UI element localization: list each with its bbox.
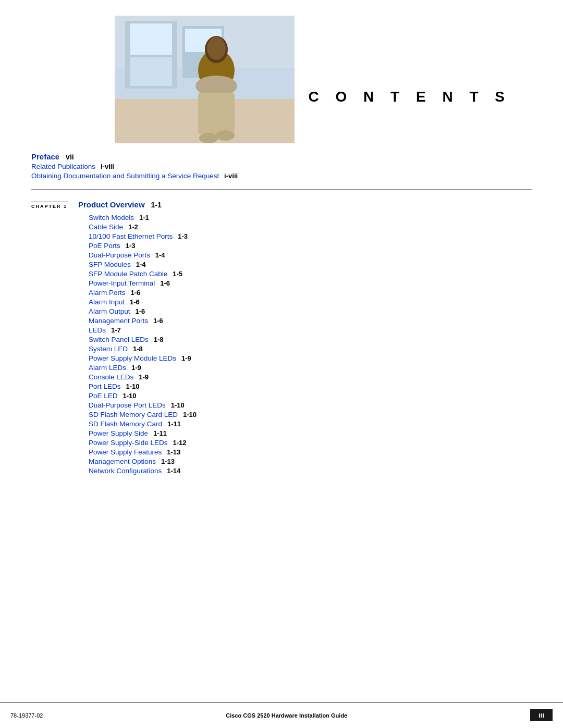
footer-page-number: iii bbox=[530, 709, 553, 721]
port-leds-page: 1-10 bbox=[126, 382, 139, 390]
preface-page: vii bbox=[66, 153, 74, 161]
poe-ports-page: 1-3 bbox=[126, 242, 136, 250]
chapter-1-page: 1-1 bbox=[151, 201, 161, 209]
console-leds-link[interactable]: Console LEDs bbox=[89, 373, 133, 381]
alarm-ports-page: 1-6 bbox=[130, 289, 140, 297]
toc-row-sfp-patch-cable: SFP Module Patch Cable 1-5 bbox=[89, 269, 532, 278]
chapter-1-header: Product Overview 1-1 bbox=[78, 200, 162, 209]
svg-point-10 bbox=[207, 37, 226, 60]
sd-flash-card-link[interactable]: SD Flash Memory Card bbox=[89, 420, 162, 428]
power-supply-side-leds-page: 1-12 bbox=[173, 439, 186, 447]
alarm-input-page: 1-6 bbox=[130, 298, 140, 306]
chapter-1-entries: Switch Models 1-1 Cable Side 1-2 10/100 … bbox=[89, 213, 532, 475]
cable-side-page: 1-2 bbox=[128, 223, 138, 231]
related-publications-link[interactable]: Related Publications bbox=[31, 163, 95, 170]
toc-row-fast-ethernet: 10/100 Fast Ethernet Ports 1-3 bbox=[89, 232, 532, 240]
sfp-patch-cable-link[interactable]: SFP Module Patch Cable bbox=[89, 270, 167, 278]
switch-models-page: 1-1 bbox=[139, 214, 149, 221]
network-configurations-link[interactable]: Network Configurations bbox=[89, 467, 162, 475]
toc-row-switch-models: Switch Models 1-1 bbox=[89, 213, 532, 221]
poe-ports-link[interactable]: PoE Ports bbox=[89, 242, 120, 250]
toc-row-system-led: System LED 1-8 bbox=[89, 344, 532, 353]
chapter-1-title[interactable]: Product Overview bbox=[78, 200, 145, 209]
alarm-ports-link[interactable]: Alarm Ports bbox=[89, 289, 126, 297]
toc-row-sd-flash-card: SD Flash Memory Card 1-11 bbox=[89, 419, 532, 428]
toc-row-dual-purpose-ports: Dual-Purpose Ports 1-4 bbox=[89, 251, 532, 259]
power-input-link[interactable]: Power-Input Terminal bbox=[89, 279, 155, 287]
cable-side-link[interactable]: Cable Side bbox=[89, 223, 123, 231]
power-supply-features-page: 1-13 bbox=[167, 448, 180, 456]
leds-link[interactable]: LEDs bbox=[89, 326, 106, 334]
toc-row-power-supply-side-leds: Power Supply-Side LEDs 1-12 bbox=[89, 438, 532, 447]
switch-panel-leds-link[interactable]: Switch Panel LEDs bbox=[89, 336, 149, 343]
toc-row-network-configurations: Network Configurations 1-14 bbox=[89, 466, 532, 475]
switch-panel-leds-page: 1-8 bbox=[154, 336, 164, 343]
toc-row-console-leds: Console LEDs 1-9 bbox=[89, 373, 532, 381]
sd-flash-led-page: 1-10 bbox=[183, 411, 197, 418]
main-content: Preface vii Related Publications i-viii … bbox=[31, 151, 532, 476]
sfp-patch-cable-page: 1-5 bbox=[173, 270, 182, 278]
toc-row-alarm-leds: Alarm LEDs 1-9 bbox=[89, 363, 532, 372]
toc-row-power-supply-features: Power Supply Features 1-13 bbox=[89, 448, 532, 456]
toc-row-power-input: Power-Input Terminal 1-6 bbox=[89, 279, 532, 287]
footer-doc-number: 78-19377-02 bbox=[10, 712, 43, 719]
switch-models-link[interactable]: Switch Models bbox=[89, 214, 134, 221]
chapter-divider bbox=[31, 189, 532, 190]
obtaining-docs-link[interactable]: Obtaining Documentation and Submitting a… bbox=[31, 172, 219, 180]
port-leds-link[interactable]: Port LEDs bbox=[89, 382, 121, 390]
power-supply-side-leds-link[interactable]: Power Supply-Side LEDs bbox=[89, 439, 168, 447]
power-supply-side-link[interactable]: Power Supply Side bbox=[89, 429, 148, 437]
hero-image-background bbox=[115, 16, 295, 143]
system-led-link[interactable]: System LED bbox=[89, 345, 128, 353]
preface-title[interactable]: Preface bbox=[31, 152, 59, 161]
toc-row-port-leds: Port LEDs 1-10 bbox=[89, 382, 532, 390]
chapter-1-section: CHAPTER 1 Product Overview 1-1 bbox=[31, 200, 532, 209]
sd-flash-led-link[interactable]: SD Flash Memory Card LED bbox=[89, 411, 178, 418]
alarm-input-link[interactable]: Alarm Input bbox=[89, 298, 125, 306]
svg-rect-3 bbox=[130, 23, 172, 55]
toc-row-switch-panel-leds: Switch Panel LEDs 1-8 bbox=[89, 335, 532, 343]
toc-row-alarm-ports: Alarm Ports 1-6 bbox=[89, 288, 532, 297]
toc-row-poe-ports: PoE Ports 1-3 bbox=[89, 241, 532, 250]
dual-purpose-port-leds-page: 1-10 bbox=[171, 401, 185, 409]
management-options-page: 1-13 bbox=[161, 458, 175, 465]
toc-row-dual-purpose-port-leds: Dual-Purpose Port LEDs 1-10 bbox=[89, 401, 532, 409]
footer: 78-19377-02 Cisco CGS 2520 Hardware Inst… bbox=[0, 702, 563, 728]
toc-row-sfp-modules: SFP Modules 1-4 bbox=[89, 260, 532, 268]
toc-row-alarm-output: Alarm Output 1-6 bbox=[89, 307, 532, 315]
related-publications-page: i-viii bbox=[101, 163, 114, 170]
dual-purpose-ports-link[interactable]: Dual-Purpose Ports bbox=[89, 251, 150, 259]
network-configurations-page: 1-14 bbox=[167, 467, 180, 475]
chapter-1-label: CHAPTER 1 bbox=[31, 202, 68, 209]
poe-led-link[interactable]: PoE LED bbox=[89, 392, 118, 400]
page-container: C O N T E N T S Preface vii Related Publ… bbox=[0, 0, 563, 728]
management-options-link[interactable]: Management Options bbox=[89, 458, 156, 465]
svg-rect-4 bbox=[130, 57, 172, 86]
hero-svg bbox=[115, 16, 295, 143]
toc-row-poe-led: PoE LED 1-10 bbox=[89, 391, 532, 400]
alarm-leds-link[interactable]: Alarm LEDs bbox=[89, 364, 126, 372]
dual-purpose-ports-page: 1-4 bbox=[155, 251, 165, 259]
power-supply-features-link[interactable]: Power Supply Features bbox=[89, 448, 162, 456]
toc-row-leds: LEDs 1-7 bbox=[89, 326, 532, 334]
dual-purpose-port-leds-link[interactable]: Dual-Purpose Port LEDs bbox=[89, 401, 166, 409]
toc-row-power-supply-side: Power Supply Side 1-11 bbox=[89, 429, 532, 437]
toc-row-alarm-input: Alarm Input 1-6 bbox=[89, 298, 532, 306]
fast-ethernet-page: 1-3 bbox=[178, 232, 188, 240]
toc-row-obtaining-docs: Obtaining Documentation and Submitting a… bbox=[31, 171, 532, 180]
toc-row-management-ports: Management Ports 1-6 bbox=[89, 316, 532, 325]
management-ports-link[interactable]: Management Ports bbox=[89, 317, 148, 325]
power-supply-module-leds-link[interactable]: Power Supply Module LEDs bbox=[89, 354, 176, 362]
management-ports-page: 1-6 bbox=[153, 317, 163, 325]
sfp-modules-link[interactable]: SFP Modules bbox=[89, 261, 131, 268]
alarm-output-link[interactable]: Alarm Output bbox=[89, 307, 130, 315]
fast-ethernet-link[interactable]: 10/100 Fast Ethernet Ports bbox=[89, 232, 173, 240]
alarm-output-page: 1-6 bbox=[135, 307, 145, 315]
footer-guide-title: Cisco CGS 2520 Hardware Installation Gui… bbox=[226, 712, 347, 719]
svg-point-13 bbox=[199, 133, 218, 143]
sfp-modules-page: 1-4 bbox=[136, 261, 146, 268]
preface-section: Preface vii Related Publications i-viii … bbox=[31, 152, 532, 180]
sd-flash-card-page: 1-11 bbox=[167, 420, 181, 428]
power-supply-module-leds-page: 1-9 bbox=[181, 354, 191, 362]
hero-image bbox=[115, 16, 295, 143]
